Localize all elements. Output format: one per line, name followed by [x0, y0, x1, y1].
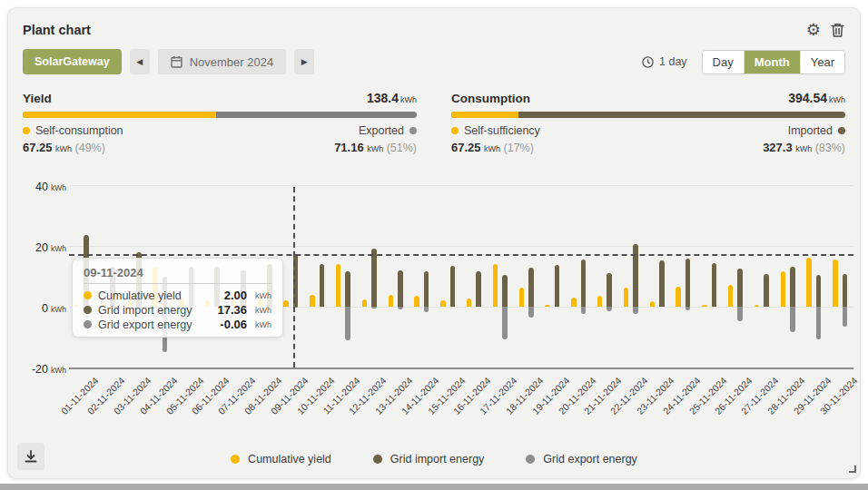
- tooltip-row-grid-export: Grid export energy -0.06kWh: [84, 318, 271, 331]
- exported-label: Exported: [359, 124, 404, 137]
- bar-cumulative-yield[interactable]: [414, 296, 419, 307]
- summary-section: Yield 138.4kWh Self-consumption Exported…: [8, 74, 860, 154]
- plant-chart-card: Plant chart ⚙ SolarGateway ◀ November 20…: [7, 7, 861, 479]
- bar-cumulative-yield[interactable]: [440, 300, 446, 307]
- exported-dot-icon: [409, 127, 417, 134]
- cumulative-yield-dot-icon: [84, 291, 92, 299]
- bar-cumulative-yield[interactable]: [702, 305, 707, 307]
- bar-cumulative-yield[interactable]: [624, 288, 629, 307]
- bar-cumulative-yield[interactable]: [283, 300, 289, 307]
- bar-grid-import-energy[interactable]: [581, 260, 587, 307]
- chevron-right-icon: ▶: [301, 57, 308, 66]
- gear-icon: ⚙: [806, 22, 821, 38]
- chart-tooltip: 09-11-2024 Cumulative yield 2.00kWh Grid…: [72, 258, 283, 338]
- gridline-40: [69, 185, 853, 186]
- chart-legend: Cumulative yieldGrid import energyGrid e…: [8, 453, 860, 466]
- bar-grid-import-energy[interactable]: [502, 275, 508, 307]
- bar-cumulative-yield[interactable]: [676, 287, 681, 307]
- bar-cumulative-yield[interactable]: [336, 264, 341, 307]
- bar-grid-import-energy[interactable]: [528, 268, 534, 307]
- prev-period-button[interactable]: ◀: [130, 49, 150, 74]
- bar-grid-import-energy[interactable]: [398, 270, 403, 307]
- bar-grid-import-energy[interactable]: [320, 264, 325, 307]
- bar-cumulative-yield[interactable]: [493, 264, 498, 307]
- clock-icon: [642, 56, 654, 68]
- chevron-left-icon: ◀: [136, 57, 143, 66]
- bar-grid-export-energy[interactable]: [424, 307, 429, 312]
- bar-grid-import-energy[interactable]: [424, 271, 429, 307]
- legend-item-grid-import-energy[interactable]: Grid import energy: [373, 453, 485, 466]
- bar-cumulative-yield[interactable]: [806, 258, 812, 307]
- consumption-progress-bar: [451, 112, 845, 118]
- bar-grid-export-energy[interactable]: [843, 307, 848, 327]
- window-bottom-edge: [0, 484, 868, 490]
- bar-grid-import-energy[interactable]: [816, 275, 822, 307]
- bar-cumulative-yield[interactable]: [728, 285, 734, 307]
- bar-grid-export-energy[interactable]: [398, 307, 403, 309]
- tooltip-row-grid-import: Grid import energy 17.36kWh: [84, 303, 271, 317]
- next-period-button[interactable]: ▶: [294, 49, 314, 74]
- bar-grid-import-energy[interactable]: [345, 271, 350, 307]
- tooltip-date: 09-11-2024: [84, 266, 271, 279]
- bar-grid-import-energy[interactable]: [371, 249, 377, 307]
- bar-grid-import-energy[interactable]: [555, 265, 560, 307]
- bar-grid-import-energy[interactable]: [686, 259, 691, 307]
- period-picker-button[interactable]: November 2024: [158, 49, 287, 74]
- bar-grid-import-energy[interactable]: [764, 274, 769, 307]
- bar-grid-import-energy[interactable]: [737, 269, 743, 307]
- yield-total: 138.4kWh: [367, 91, 417, 105]
- bar-grid-export-energy[interactable]: [790, 307, 795, 332]
- bar-cumulative-yield[interactable]: [597, 296, 603, 307]
- bar-grid-import-energy[interactable]: [476, 271, 481, 307]
- bar-cumulative-yield[interactable]: [467, 299, 472, 307]
- bar-grid-export-energy[interactable]: [581, 307, 587, 314]
- bar-grid-export-energy[interactable]: [371, 307, 377, 309]
- bar-cumulative-yield[interactable]: [650, 301, 656, 307]
- bar-cumulative-yield[interactable]: [545, 305, 550, 307]
- bar-grid-import-energy[interactable]: [712, 263, 717, 307]
- bar-grid-export-energy[interactable]: [737, 307, 743, 321]
- bar-cumulative-yield[interactable]: [781, 271, 786, 307]
- bar-grid-import-energy[interactable]: [659, 260, 665, 307]
- self-consumption-value: 67.25 kWh (49%): [23, 141, 105, 154]
- bar-cumulative-yield[interactable]: [833, 260, 838, 307]
- bar-grid-import-energy[interactable]: [843, 274, 848, 307]
- y-axis-label--20: -20kWh: [25, 360, 90, 377]
- y-axis-label-40: 40kWh: [25, 178, 90, 194]
- interval-indicator: 1 day: [642, 55, 687, 68]
- gridline--20: [69, 368, 853, 369]
- bar-grid-export-energy[interactable]: [633, 307, 638, 314]
- self-sufficiency-value: 67.25 kWh (17%): [451, 141, 534, 154]
- bar-cumulative-yield[interactable]: [389, 295, 394, 307]
- consumption-total: 394.54kWh: [788, 91, 845, 105]
- bar-grid-export-energy[interactable]: [502, 307, 508, 339]
- bar-cumulative-yield[interactable]: [362, 299, 368, 307]
- view-tab-month[interactable]: Month: [744, 51, 800, 74]
- bar-grid-export-energy[interactable]: [816, 307, 822, 339]
- bar-grid-export-energy[interactable]: [607, 307, 612, 311]
- tooltip-row-cumulative-yield: Cumulative yield 2.00kWh: [84, 289, 271, 302]
- legend-item-grid-export-energy[interactable]: Grid export energy: [526, 453, 637, 466]
- delete-button[interactable]: [830, 22, 845, 38]
- gateway-button[interactable]: SolarGateway: [23, 49, 122, 74]
- bar-grid-import-energy[interactable]: [607, 273, 612, 307]
- interval-label: 1 day: [659, 55, 687, 68]
- bar-grid-export-energy[interactable]: [686, 307, 691, 310]
- bar-grid-import-energy[interactable]: [450, 266, 456, 307]
- resize-handle[interactable]: [849, 466, 856, 473]
- bar-grid-import-energy[interactable]: [790, 267, 795, 307]
- view-tab-day[interactable]: Day: [703, 51, 744, 74]
- grid-import-dot-icon: [84, 306, 92, 314]
- view-tab-year[interactable]: Year: [800, 51, 844, 74]
- legend-item-cumulative-yield[interactable]: Cumulative yield: [231, 453, 331, 466]
- bar-cumulative-yield[interactable]: [310, 295, 315, 307]
- bar-cumulative-yield[interactable]: [755, 305, 760, 307]
- bar-grid-export-energy[interactable]: [345, 307, 350, 340]
- settings-button[interactable]: ⚙: [806, 22, 821, 38]
- bar-cumulative-yield[interactable]: [519, 288, 525, 307]
- grid-export-energy-legend-dot-icon: [526, 455, 535, 464]
- bar-cumulative-yield[interactable]: [571, 298, 577, 307]
- self-consumption-label: Self-consumption: [35, 124, 123, 137]
- grid-export-dot-icon: [84, 320, 92, 328]
- bar-grid-export-energy[interactable]: [528, 307, 534, 318]
